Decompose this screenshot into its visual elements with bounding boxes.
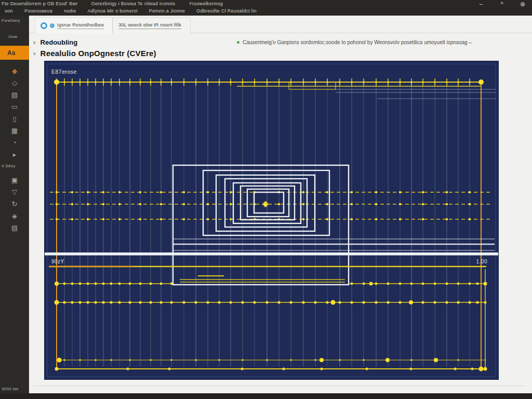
collapse-chevron-icon[interactable]: ∨ <box>33 40 36 45</box>
menu-item-r2-2[interactable]: nodie <box>64 8 76 14</box>
section-meta-text: Causerimeig'o Ganpisns sordomloc:soode I… <box>243 39 472 45</box>
figure-title: Reealulio OnpOgnestr (CVEre) <box>41 49 156 58</box>
tab-1[interactable]: Igsrue Resesthedbee <box>35 17 113 33</box>
sidebar-tool-g1-6-icon[interactable]: ◔ <box>0 137 29 148</box>
sidebar-tool-g1-0-icon[interactable]: ◆ <box>0 65 29 76</box>
circle-dot-icon <box>50 23 55 28</box>
sidebar-section2-label: It SAlry <box>2 164 16 168</box>
sidebar-tool-g2-1-icon[interactable]: ▽ <box>0 186 29 197</box>
menu-item-r1-2[interactable]: Yruowelksrinog <box>189 1 223 6</box>
sidebar-active-tool-button[interactable]: As <box>0 46 29 60</box>
sidebar-tool-g1-4-icon[interactable]: ▯ <box>0 113 29 124</box>
section-title: Redoubling <box>41 38 78 46</box>
collapse-chevron-icon[interactable]: ∨ <box>33 51 36 56</box>
window-bottom-edge <box>0 393 532 399</box>
section-header-row: ∨ Redoubling <box>33 38 77 46</box>
footer-divider <box>34 385 525 386</box>
menu-bar: Fte Deuendisrrem p OB Esvd' BwrOerezbiri… <box>0 0 532 16</box>
close-button[interactable]: ⊗ <box>518 1 527 8</box>
tool-sidebar: ForeDairy Gow As It SAlry 3000 lds ◆◇▤▭▯… <box>0 16 29 399</box>
figure-canvas[interactable]: E87erose90zY1.00 <box>45 61 498 379</box>
section-meta-row: Causerimeig'o Ganpisns sordomloc:soode I… <box>237 39 472 45</box>
menu-item-r1-1[interactable]: Oerezbirigy i Boviea Te Aliead Iconnis <box>91 1 176 6</box>
menu-item-r2-3[interactable]: Adlynoa Mir o bomeroi <box>88 8 138 14</box>
svg-text:1.00: 1.00 <box>476 259 487 264</box>
menu-row-2: oonPooeooaeoanodieAdlynoa Mir o bomeroiP… <box>0 8 257 14</box>
sidebar-bottom-label: 3000 lds <box>2 387 19 391</box>
sidebar-section1-label: Gow <box>8 34 17 39</box>
minimize-button[interactable]: – <box>477 1 485 8</box>
sidebar-top-label: ForeDairy <box>2 18 20 23</box>
tab-bar: Igsrue Resesthedbee 30L weeck ebw IR ros… <box>30 16 532 33</box>
menu-item-r2-5[interactable]: Odbreoifte Cl Reuoaldct lin <box>196 8 257 14</box>
sidebar-tool-g2-2-icon[interactable]: ↻ <box>0 198 29 209</box>
sidebar-tool-g2-4-icon[interactable]: ▤ <box>0 222 29 233</box>
sidebar-tool-g1-3-icon[interactable]: ▭ <box>0 101 29 112</box>
status-dot-icon <box>237 41 240 44</box>
menu-row-1: Fte Deuendisrrem p OB Esvd' BwrOerezbiri… <box>0 1 223 6</box>
menu-item-r1-0[interactable]: Fte Deuendisrrem p OB Esvd' Bwr <box>2 1 78 6</box>
window-controls: –^⊗ <box>477 1 527 8</box>
main-content: Igsrue Resesthedbee 30L weeck ebw IR ros… <box>30 16 532 399</box>
sidebar-tool-g1-2-icon[interactable]: ▤ <box>0 89 29 100</box>
svg-text:90zY: 90zY <box>51 259 64 264</box>
sidebar-tool-g2-3-icon[interactable]: ◈ <box>0 210 29 221</box>
circle-ring-icon <box>41 22 47 29</box>
sidebar-tool-g1-1-icon[interactable]: ◇ <box>0 77 29 88</box>
sidebar-tool-g1-5-icon[interactable]: ▦ <box>0 125 29 136</box>
menu-item-r2-1[interactable]: Pooeooaeoa <box>24 8 52 14</box>
tab-2-label: 30L weeck ebw IR rosert fifik <box>118 22 181 29</box>
figure-header-row: ∨ Reealulio OnpOgnestr (CVEre) <box>33 49 156 58</box>
sidebar-tool-g2-0-icon[interactable]: ▣ <box>0 174 29 185</box>
svg-text:E87erose: E87erose <box>51 69 77 75</box>
restore-button[interactable]: ^ <box>498 1 506 8</box>
blueprint-plot: E87erose90zY1.00 <box>45 61 498 379</box>
tab-2[interactable]: 30L weeck ebw IR rosert fifik <box>113 17 191 33</box>
tab-1-label: Igsrue Resesthedbee <box>57 22 104 29</box>
menu-item-r2-0[interactable]: oon <box>5 8 13 14</box>
text-tool-icon: As <box>7 49 15 57</box>
sidebar-tool-g1-7-icon[interactable]: ▸ <box>0 149 29 160</box>
menu-item-r2-4[interactable]: Pemnn.a Jionne <box>149 8 185 14</box>
